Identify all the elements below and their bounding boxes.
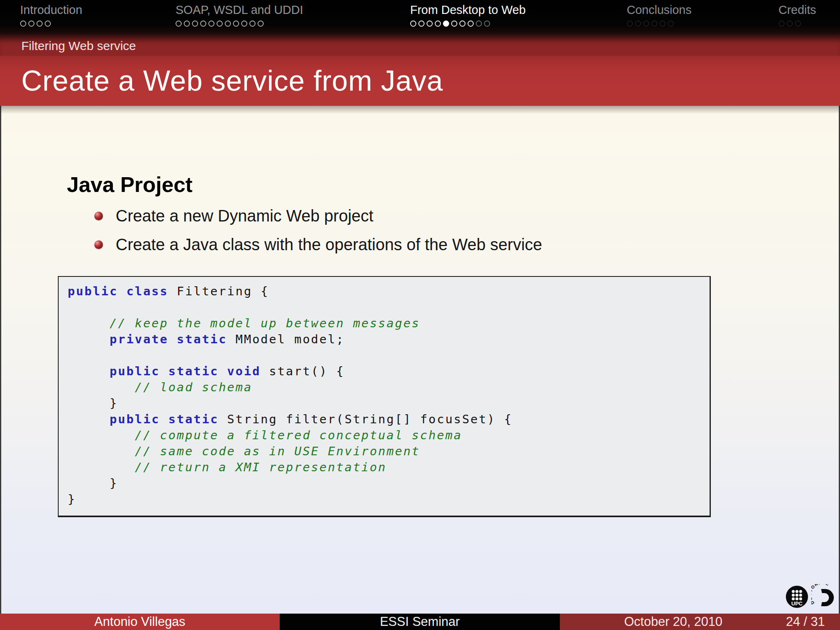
slide-dot[interactable]	[200, 21, 206, 27]
code-line: }	[68, 395, 710, 411]
slide-dots	[20, 21, 82, 27]
nav-section-introduction[interactable]: Introduction	[20, 3, 82, 27]
nav-section-soap-wsdl-uddi[interactable]: SOAP, WSDL and UDDI	[176, 3, 303, 27]
slide-dot[interactable]	[258, 21, 264, 27]
slide-dot[interactable]	[20, 21, 26, 27]
nav-section-credits[interactable]: Credits	[778, 3, 816, 27]
list-item: Create a Java class with the operations …	[94, 235, 542, 254]
slide-dot[interactable]	[176, 21, 182, 27]
code-line: // load schema	[68, 379, 710, 395]
slide-dot[interactable]	[28, 21, 34, 27]
code-line: public class Filtering {	[68, 283, 710, 299]
bullet-text: Create a new Dynamic Web project	[116, 207, 373, 225]
slide-dot[interactable]	[668, 21, 674, 27]
slide-dot[interactable]	[192, 21, 198, 27]
slide-dot[interactable]	[45, 21, 51, 27]
page-number: 24 / 31	[786, 614, 825, 630]
subtitle-bar: Filtering Web service	[0, 36, 840, 56]
nav-section-conclusions[interactable]: Conclusions	[627, 3, 692, 27]
upc-logo-icon: UPC	[785, 585, 808, 608]
bullet-ball-icon	[94, 240, 103, 249]
code-line	[68, 347, 710, 363]
slide-dot[interactable]	[476, 21, 482, 27]
code-line	[68, 299, 710, 315]
code-line: private static MModel model;	[68, 331, 710, 347]
slide-dot[interactable]	[787, 21, 793, 27]
slide-dots	[627, 21, 692, 27]
svg-text:UPC: UPC	[791, 600, 803, 607]
slide-dot[interactable]	[468, 21, 474, 27]
slide-dot[interactable]	[217, 21, 223, 27]
bullet-ball-icon	[94, 212, 103, 220]
footer-author: Antonio Villegas	[0, 614, 280, 630]
list-item: Create a new Dynamic Web project	[94, 206, 542, 226]
nav-section-from-desktop-to-web[interactable]: From Desktop to Web	[410, 3, 526, 27]
section-subtitle: Filtering Web service	[21, 39, 136, 53]
slide-dot[interactable]	[410, 21, 416, 27]
code-line: }	[68, 491, 710, 507]
footer-event: ESSI Seminar	[280, 614, 560, 630]
bullet-list: Create a new Dynamic Web projectCreate a…	[94, 206, 542, 263]
code-line: }	[68, 475, 710, 491]
slide-left-edge	[0, 106, 1, 614]
slide-dot[interactable]	[778, 21, 785, 27]
code-line: // same code as in USE Environment	[68, 443, 710, 459]
footer-bar: Antonio Villegas ESSI Seminar October 20…	[0, 614, 840, 630]
slide-dot[interactable]	[651, 21, 657, 27]
slide-dot[interactable]	[184, 21, 190, 27]
block-heading: Java Project	[67, 172, 192, 197]
title-bar-shadow	[0, 106, 840, 114]
slide-dot[interactable]	[427, 21, 433, 27]
code-line: // return a XMI representation	[68, 459, 710, 475]
slide-dot[interactable]	[37, 21, 43, 27]
footer-date-segment: October 20, 2010 24 / 31	[560, 614, 840, 630]
slide-dot[interactable]	[643, 21, 649, 27]
slide-dot[interactable]	[459, 21, 466, 27]
slide-dot[interactable]	[660, 21, 666, 27]
code-line: public static void start() {	[68, 363, 710, 379]
nav-section-label: Conclusions	[627, 3, 692, 17]
slide-dots	[176, 21, 303, 27]
slide-dot[interactable]	[484, 21, 490, 27]
nav-bar: IntroductionSOAP, WSDL and UDDIFrom Desk…	[0, 0, 840, 36]
slide-dot[interactable]	[249, 21, 256, 27]
nav-section-label: Credits	[778, 3, 816, 17]
slide-title: Create a Web service from Java	[21, 64, 443, 97]
nav-section-label: From Desktop to Web	[410, 3, 526, 17]
slide-dots	[778, 21, 816, 27]
slide-dot[interactable]	[451, 21, 457, 27]
nav-section-label: Introduction	[20, 3, 82, 17]
slide-dot[interactable]	[635, 21, 641, 27]
code-line: // compute a filtered conceptual schema	[68, 427, 710, 443]
slide-dot[interactable]	[435, 21, 441, 27]
slide-dot[interactable]	[795, 21, 801, 27]
logo-group: UPC DOCTORATE	[785, 584, 837, 609]
doctorate-logo-icon: DOCTORATE	[811, 584, 837, 609]
slide-dot[interactable]	[418, 21, 425, 27]
bullet-text: Create a Java class with the operations …	[116, 235, 542, 254]
footer-date: October 20, 2010	[560, 614, 787, 630]
code-block: public class Filtering { // keep the mod…	[58, 276, 711, 517]
slide-dot[interactable]	[241, 21, 247, 27]
slide-dot[interactable]	[443, 21, 449, 27]
slide-dot[interactable]	[208, 21, 215, 27]
code-line: public static String filter(String[] foc…	[68, 411, 710, 427]
title-bar: Create a Web service from Java	[0, 56, 840, 106]
nav-section-label: SOAP, WSDL and UDDI	[176, 3, 303, 17]
slide-dot[interactable]	[233, 21, 239, 27]
slide-dot[interactable]	[225, 21, 231, 27]
code-line: // keep the model up between messages	[68, 315, 710, 331]
slide-dots	[410, 21, 526, 27]
slide-dot[interactable]	[627, 21, 633, 27]
slide: IntroductionSOAP, WSDL and UDDIFrom Desk…	[0, 0, 840, 630]
